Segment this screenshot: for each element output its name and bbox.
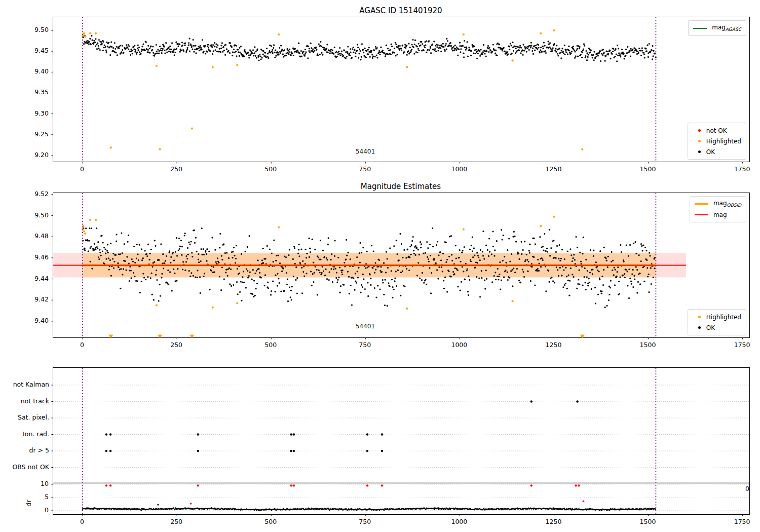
plot3-xtick-1250: 1250 bbox=[538, 517, 568, 526]
plot1-xtick-250: 250 bbox=[161, 165, 192, 173]
highlighted-dot-swatch2 bbox=[698, 316, 701, 318]
plot2-ytick-9.52: 9.52 bbox=[19, 189, 49, 198]
legend-row-ok2: OK bbox=[693, 322, 741, 333]
highlighted-label2: Highlighted bbox=[706, 314, 741, 321]
plot1-axes: magAGASC not OK Highlighted OK 54401 bbox=[53, 17, 750, 162]
plot2-xtick-0: 0 bbox=[67, 340, 97, 349]
plot3-axes bbox=[53, 367, 750, 515]
plot1-ytick-9.50: 9.50 bbox=[19, 25, 49, 34]
flag-label-obs-not-ok: OBS not OK bbox=[0, 463, 49, 471]
mag-obsid-line-swatch bbox=[695, 203, 708, 205]
legend-row-mag-agasc: magAGASC bbox=[693, 23, 741, 33]
plot2-ytick-9.48: 9.48 bbox=[19, 232, 49, 240]
mag-obsid-label: magOBSID bbox=[713, 200, 741, 208]
plot2-axes: magOBSID mag Highlighted OK 54401 bbox=[53, 193, 750, 338]
dr-ytick-5: 5 bbox=[24, 492, 49, 501]
flag-label-sat-pixel-: Sat. pixel. bbox=[0, 413, 49, 422]
right-edge-clipped-label: 0 bbox=[745, 484, 749, 493]
plot2-xtick-1250: 1250 bbox=[538, 340, 568, 349]
flag-label-dr-5: dr > 5 bbox=[0, 446, 49, 454]
plot3-xtick-1500: 1500 bbox=[633, 517, 663, 526]
plot2-ytick-9.44: 9.44 bbox=[19, 274, 49, 283]
not-ok-label: not OK bbox=[706, 127, 727, 134]
ok-dot-swatch bbox=[698, 150, 701, 153]
dr-ytick-0: 0 bbox=[24, 506, 49, 514]
legend-row-ok: OK bbox=[693, 146, 741, 157]
plot1-canvas bbox=[53, 17, 749, 162]
dr-ytick-10: 10 bbox=[24, 479, 49, 488]
plot1-ytick-9.40: 9.40 bbox=[19, 67, 49, 75]
plot2-obsid-annotation: 54401 bbox=[350, 323, 381, 330]
flag-label-not-kalman: not Kalman bbox=[0, 380, 49, 389]
plot2-canvas bbox=[53, 193, 749, 337]
plot1-title: AGASC ID 151401920 bbox=[223, 6, 578, 15]
plot3-xtick-750: 750 bbox=[350, 517, 380, 526]
figure: AGASC ID 151401920 Magnitude Estimates m… bbox=[0, 0, 760, 532]
plot2-ytick-9.50: 9.50 bbox=[19, 211, 49, 219]
plot1-ytick-9.25: 9.25 bbox=[19, 130, 49, 138]
mag-line-swatch bbox=[695, 214, 708, 215]
mag-label: mag bbox=[713, 211, 727, 218]
plot3-xtick-1000: 1000 bbox=[444, 517, 474, 526]
plot2-line-legend: magOBSID mag bbox=[690, 196, 746, 222]
ok-label2: OK bbox=[706, 324, 715, 331]
plot1-line-legend: magAGASC bbox=[688, 20, 746, 36]
plot1-xtick-1500: 1500 bbox=[633, 165, 663, 173]
legend-row-mag: mag bbox=[695, 209, 741, 220]
legend-row-highlighted2: Highlighted bbox=[693, 312, 741, 322]
plot1-obsid-annotation: 54401 bbox=[350, 148, 381, 155]
flag-label-ion-rad-: Ion. rad. bbox=[0, 430, 49, 438]
legend-row-not-ok: not OK bbox=[693, 125, 741, 136]
plot2-xtick-1500: 1500 bbox=[633, 340, 663, 349]
ok-label: OK bbox=[706, 148, 715, 156]
plot1-ytick-9.20: 9.20 bbox=[19, 150, 49, 159]
plot1-ytick-9.45: 9.45 bbox=[19, 46, 49, 55]
plot2-ytick-9.40: 9.40 bbox=[19, 316, 49, 325]
plot3-xtick-0: 0 bbox=[67, 517, 97, 526]
plot1-marker-legend: not OK Highlighted OK bbox=[688, 123, 746, 160]
mag-agasc-label: magAGASC bbox=[712, 24, 741, 32]
plot3-canvas bbox=[53, 368, 749, 514]
plot1-xtick-1250: 1250 bbox=[538, 165, 568, 173]
legend-row-mag-obsid: magOBSID bbox=[695, 199, 741, 209]
highlighted-dot-swatch bbox=[698, 140, 701, 142]
plot1-xtick-750: 750 bbox=[350, 165, 380, 173]
plot2-title: Magnitude Estimates bbox=[223, 182, 578, 191]
plot1-xtick-1750: 1750 bbox=[727, 165, 757, 173]
not-ok-dot-swatch bbox=[698, 129, 701, 132]
plot3-xtick-250: 250 bbox=[161, 517, 192, 526]
mag-agasc-line-swatch bbox=[693, 28, 707, 29]
plot2-marker-legend: Highlighted OK bbox=[688, 309, 746, 335]
plot1-xtick-1000: 1000 bbox=[444, 165, 474, 173]
highlighted-label: Highlighted bbox=[706, 138, 741, 145]
plot1-ytick-9.35: 9.35 bbox=[19, 88, 49, 96]
plot1-ytick-9.30: 9.30 bbox=[19, 109, 49, 118]
plot3-xtick-1750: 1750 bbox=[727, 517, 757, 526]
plot2-ytick-9.46: 9.46 bbox=[19, 253, 49, 261]
ok-dot-swatch2 bbox=[698, 326, 701, 329]
flag-label-not-track: not track bbox=[0, 397, 49, 405]
plot2-xtick-1750: 1750 bbox=[727, 340, 757, 349]
legend-row-highlighted: Highlighted bbox=[693, 136, 741, 146]
plot2-xtick-250: 250 bbox=[161, 340, 192, 349]
plot2-ytick-9.42: 9.42 bbox=[19, 295, 49, 303]
plot1-xtick-0: 0 bbox=[67, 165, 97, 173]
plot2-xtick-750: 750 bbox=[350, 340, 380, 349]
plot3-xtick-500: 500 bbox=[255, 517, 286, 526]
plot2-xtick-500: 500 bbox=[255, 340, 286, 349]
plot2-xtick-1000: 1000 bbox=[444, 340, 474, 349]
plot1-xtick-500: 500 bbox=[255, 165, 286, 173]
